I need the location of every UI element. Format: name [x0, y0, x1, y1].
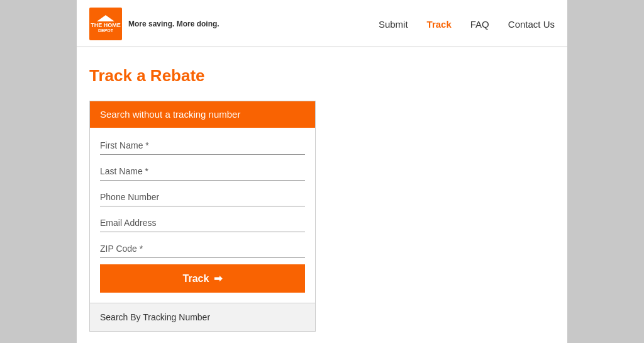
form-card: Search without a tracking number: [89, 101, 316, 332]
form-body: Track ➡: [90, 128, 315, 303]
nav-faq[interactable]: FAQ: [470, 19, 489, 30]
nav-track[interactable]: Track: [427, 19, 452, 30]
page-title: Track a Rebate: [89, 66, 555, 86]
email-field: [100, 211, 305, 232]
phone-input[interactable]: [100, 186, 305, 206]
arrow-right-icon: ➡: [214, 273, 222, 284]
zip-input[interactable]: [100, 237, 305, 258]
phone-field: [100, 186, 305, 206]
main-content: Track a Rebate Search without a tracking…: [77, 47, 567, 343]
logo-house-icon: [97, 15, 114, 21]
search-by-tracking[interactable]: Search By Tracking Number: [90, 303, 315, 331]
nav-submit[interactable]: Submit: [379, 19, 408, 30]
content-area: THE HOME DEPOT More saving. More doing. …: [77, 0, 567, 343]
first-name-field: [100, 134, 305, 155]
logo-slogan: More saving. More doing.: [128, 20, 219, 28]
form-header: Search without a tracking number: [90, 101, 315, 128]
first-name-input[interactable]: [100, 134, 305, 155]
logo-area: THE HOME DEPOT More saving. More doing.: [89, 8, 219, 40]
last-name-field: [100, 160, 305, 181]
logo-text-depot: DEPOT: [98, 28, 113, 33]
right-gray-area: [567, 0, 644, 343]
form-header-text: Search without a tracking number: [100, 109, 240, 120]
logo-slogan-text: More saving. More doing.: [128, 20, 219, 28]
home-depot-logo: THE HOME DEPOT: [89, 8, 122, 40]
email-input[interactable]: [100, 211, 305, 232]
main-nav: Submit Track FAQ Contact Us: [379, 19, 555, 30]
track-button-label: Track: [183, 273, 209, 284]
left-gray-area: [0, 0, 77, 343]
nav-contact[interactable]: Contact Us: [508, 19, 555, 30]
track-button[interactable]: Track ➡: [100, 264, 305, 293]
header: THE HOME DEPOT More saving. More doing. …: [77, 0, 567, 47]
zip-field: [100, 237, 305, 258]
logo-text-home: THE HOME: [91, 23, 121, 28]
last-name-input[interactable]: [100, 160, 305, 181]
